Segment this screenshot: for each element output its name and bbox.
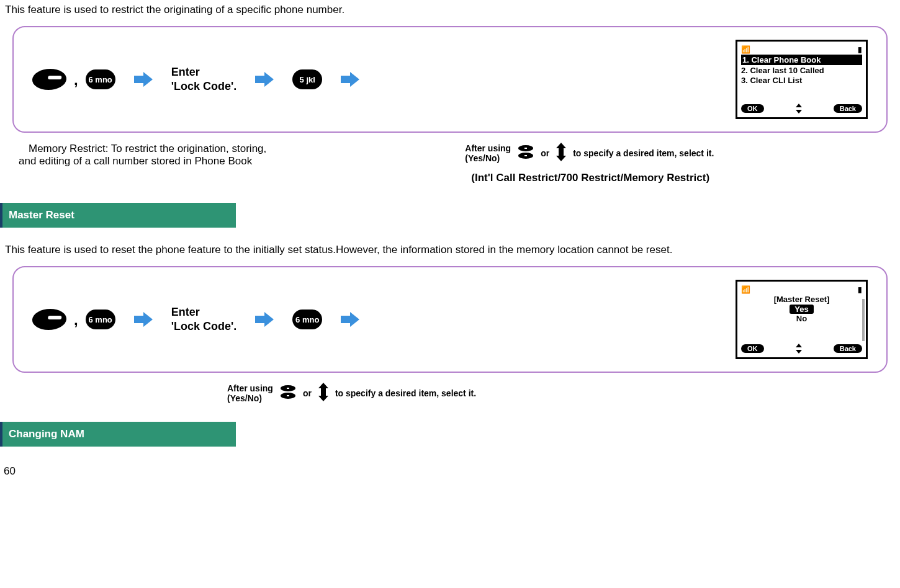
- comma-1: ,: [74, 71, 78, 90]
- svg-marker-3: [796, 104, 802, 107]
- svg-rect-10: [559, 148, 564, 156]
- signal-icon: 📶: [741, 45, 750, 54]
- status-bar: 📶▮: [741, 285, 862, 294]
- option-no: No: [741, 314, 862, 323]
- keypad-6-icon: 6 mno: [292, 310, 322, 329]
- section-master-reset: Master Reset: [0, 203, 236, 228]
- note-line2: and editing of a call number stored in P…: [19, 155, 266, 167]
- svg-marker-1: [255, 72, 274, 87]
- softkey-ok: OK: [741, 104, 764, 113]
- after-using-tail: to specify a desired item, select it.: [573, 148, 714, 158]
- note-line1: Memory Restrict: To restrict the origina…: [29, 143, 266, 155]
- softkey-ok: OK: [741, 344, 764, 353]
- svg-marker-16: [796, 350, 802, 354]
- svg-marker-14: [341, 312, 359, 327]
- yes-no-group: Yes No: [741, 305, 862, 323]
- svg-marker-0: [134, 72, 153, 87]
- instruction-box-1: , 6 mno Enter 'Lock Code'. 5 jkl 📶▮ 1. C…: [12, 26, 888, 133]
- note-right-1: After using(Yes/No) or to specify a desi…: [285, 143, 888, 184]
- after-using-1: After using(Yes/No) or to specify a desi…: [465, 143, 714, 163]
- svg-rect-19: [287, 388, 289, 389]
- battery-icon: ▮: [858, 45, 862, 54]
- comma-2: ,: [74, 311, 78, 330]
- memory-restrict-note: Memory Restrict: To restrict the origina…: [29, 143, 266, 184]
- notes-row-2: After using(Yes/No) or to specify a desi…: [0, 378, 900, 403]
- svg-rect-7: [524, 148, 527, 149]
- section-changing-nam: Changing NAM: [0, 422, 236, 447]
- softkey-back: Back: [834, 104, 862, 113]
- svg-marker-21: [318, 383, 328, 388]
- svg-rect-8: [524, 155, 527, 156]
- svg-marker-9: [556, 143, 566, 148]
- phone-screen-1: 📶▮ 1. Clear Phone Book 2. Clear last 10 …: [736, 40, 868, 119]
- phone-screen-2: 📶▮ [Master Reset] Yes No OK Back: [736, 280, 868, 359]
- lock-code-label: 'Lock Code'.: [171, 80, 237, 92]
- arrow-right-icon: [134, 312, 153, 327]
- arrow-right-icon: [341, 312, 359, 327]
- enter-lock-code-1: Enter 'Lock Code'.: [171, 65, 237, 94]
- menu-item-3: 3. Clear CLI List: [741, 76, 862, 85]
- svg-marker-2: [341, 72, 359, 87]
- signal-icon: 📶: [741, 285, 750, 294]
- or-text: or: [541, 148, 549, 158]
- menu-item-2: 2. Clear last 10 Called: [741, 66, 862, 75]
- nav-updown-icon: [794, 104, 803, 114]
- scrollbar-icon: [862, 299, 865, 341]
- after-using-prefix: After using(Yes/No): [465, 143, 511, 163]
- svg-rect-20: [287, 395, 289, 396]
- keypad-6-icon: 6 mno: [86, 310, 115, 329]
- svg-marker-15: [796, 344, 802, 347]
- svg-marker-23: [318, 396, 328, 401]
- menu-item-1: 1. Clear Phone Book: [741, 55, 862, 65]
- after-using-tail: to specify a desired item, select it.: [335, 388, 476, 398]
- option-yes: Yes: [790, 305, 813, 314]
- enter-label: Enter: [171, 306, 200, 318]
- nav-updown-tall-icon: [556, 143, 567, 163]
- step-buttons-1: , 6 mno: [32, 69, 115, 90]
- intro-text-2: This feature is used to reset the phone …: [0, 240, 900, 261]
- status-bar: 📶▮: [741, 45, 862, 54]
- arrow-right-icon: [341, 72, 359, 87]
- note-right-2: After using(Yes/No) or to specify a desi…: [47, 383, 888, 403]
- menu-key-icon: [32, 69, 68, 90]
- intro-text-1: This feature is used to restrict the ori…: [0, 0, 900, 21]
- arrow-right-icon: [255, 312, 274, 327]
- keypad-6-icon: 6 mno: [86, 69, 115, 89]
- enter-label: Enter: [171, 66, 200, 78]
- instruction-box-2: , 6 mno Enter 'Lock Code'. 6 mno 📶▮ [Mas…: [12, 266, 888, 373]
- lock-code-label: 'Lock Code'.: [171, 320, 237, 332]
- nav-updown-tall-icon: [318, 383, 329, 403]
- softkey-row: OK Back: [741, 104, 862, 114]
- nav-updown-icon: [794, 344, 803, 354]
- softkey-row: OK Back: [741, 344, 862, 354]
- enter-lock-code-2: Enter 'Lock Code'.: [171, 305, 237, 334]
- menu-key-icon: [32, 309, 68, 330]
- after-using-2: After using(Yes/No) or to specify a desi…: [227, 383, 476, 403]
- svg-marker-4: [796, 110, 802, 114]
- arrow-right-icon: [134, 72, 153, 87]
- screen-title: [Master Reset]: [741, 295, 862, 304]
- svg-marker-12: [134, 312, 153, 327]
- nav-updown-wide-icon: [517, 145, 534, 161]
- arrow-right-icon: [255, 72, 274, 87]
- nav-updown-wide-icon: [279, 385, 297, 401]
- softkey-back: Back: [834, 344, 862, 353]
- notes-row-1: Memory Restrict: To restrict the origina…: [0, 138, 900, 184]
- after-using-prefix: After using(Yes/No): [227, 383, 273, 403]
- step-buttons-2: , 6 mno: [32, 309, 115, 330]
- svg-marker-13: [255, 312, 274, 327]
- keypad-5-icon: 5 jkl: [292, 69, 322, 89]
- battery-icon: ▮: [858, 285, 862, 294]
- restrict-caption: (Int'l Call Restrict/700 Restrict/Memory…: [471, 172, 709, 184]
- page-number: 60: [0, 459, 900, 484]
- or-text: or: [303, 388, 312, 398]
- svg-marker-11: [556, 156, 566, 161]
- svg-rect-22: [321, 388, 326, 396]
